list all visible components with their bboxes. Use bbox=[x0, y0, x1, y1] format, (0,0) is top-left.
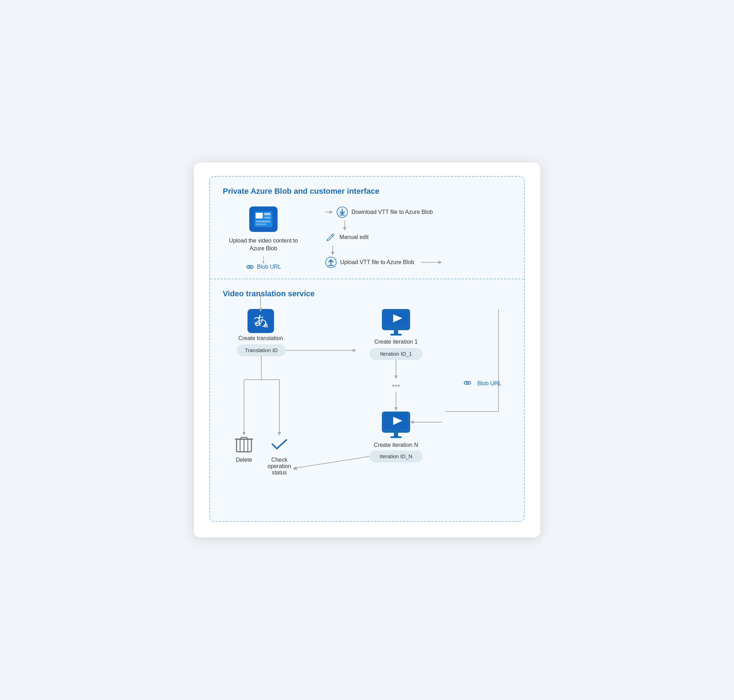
monitor-icon-1-group bbox=[382, 309, 410, 335]
iteration-idn-pill: Iteration ID_N bbox=[380, 453, 413, 459]
monitor-icon-n-group bbox=[382, 412, 410, 438]
svg-marker-14 bbox=[343, 227, 347, 231]
svg-marker-26 bbox=[353, 349, 356, 352]
blob-url-top-label: Blob URL bbox=[257, 264, 281, 270]
arrow-down-r1 bbox=[342, 221, 347, 231]
arrow-down-r2 bbox=[330, 246, 335, 255]
upload-vtt-label: Upload VTT file to Azure Blob bbox=[340, 259, 414, 266]
svg-marker-30 bbox=[242, 432, 246, 435]
arrow-right-small bbox=[325, 210, 333, 215]
translation-icon-group: あ a bbox=[247, 309, 274, 333]
check-status-label3: status bbox=[272, 469, 287, 475]
manual-edit-label: Manual edit bbox=[340, 234, 369, 240]
svg-line-56 bbox=[295, 456, 369, 468]
arrow-down-svg-1 bbox=[261, 256, 266, 264]
blob-url-right-group bbox=[464, 381, 471, 384]
outer-section: Private Azure Blob and customer interfac… bbox=[209, 176, 525, 522]
blob-icon-svg bbox=[254, 211, 273, 228]
svg-rect-5 bbox=[256, 224, 266, 225]
upload-vtt-arrow-right bbox=[421, 260, 442, 265]
svg-marker-7 bbox=[262, 262, 265, 264]
check-icon-group bbox=[272, 440, 286, 449]
iteration-id1-pill: Iteration ID_1 bbox=[380, 351, 412, 357]
svg-rect-41 bbox=[394, 330, 398, 334]
top-section: Private Azure Blob and customer interfac… bbox=[210, 177, 524, 279]
check-status-label: Check bbox=[271, 457, 287, 463]
translation-id-pill: Translation ID bbox=[245, 347, 278, 353]
svg-marker-45 bbox=[394, 375, 398, 379]
create-iteration1-label: Create iteration 1 bbox=[374, 339, 418, 345]
svg-marker-57 bbox=[293, 466, 297, 470]
blob-url-right-label: Blob URL bbox=[477, 380, 502, 387]
svg-rect-4 bbox=[256, 221, 271, 222]
svg-rect-1 bbox=[256, 213, 263, 219]
bottom-diagram: あ a Create translation Translation ID bbox=[223, 309, 525, 507]
download-vtt-row: Download VTT file to Azure Blob bbox=[325, 206, 433, 218]
main-card: Private Azure Blob and customer interfac… bbox=[194, 163, 540, 538]
svg-marker-10 bbox=[329, 210, 333, 214]
dots-label: ••• bbox=[392, 381, 400, 390]
svg-marker-16 bbox=[331, 252, 334, 255]
svg-rect-3 bbox=[264, 217, 271, 219]
link-icon-top bbox=[246, 264, 254, 270]
svg-rect-2 bbox=[264, 213, 271, 215]
delete-icon-group bbox=[235, 437, 253, 452]
check-status-label2: operation bbox=[268, 463, 291, 469]
bottom-section: Video translation service あ a Create tra… bbox=[210, 279, 524, 521]
svg-rect-52 bbox=[390, 436, 402, 438]
edit-icon bbox=[325, 232, 336, 243]
download-icon bbox=[337, 206, 348, 218]
upload-icon bbox=[325, 257, 337, 268]
bottom-section-title: Video translation service bbox=[223, 289, 511, 299]
azure-blob-icon bbox=[249, 206, 278, 232]
manual-edit-row: Manual edit bbox=[325, 232, 369, 243]
svg-marker-32 bbox=[278, 432, 281, 435]
create-iterationN-label: Create iteration N bbox=[374, 442, 418, 448]
download-vtt-label: Download VTT file to Azure Blob bbox=[352, 209, 433, 215]
upload-vtt-row: Upload VTT file to Azure Blob bbox=[325, 257, 442, 268]
svg-rect-42 bbox=[390, 334, 402, 335]
create-translation-label: Create translation bbox=[238, 335, 283, 341]
svg-marker-20 bbox=[438, 260, 442, 264]
svg-marker-47 bbox=[394, 407, 398, 411]
delete-label: Delete bbox=[236, 457, 252, 463]
top-section-title: Private Azure Blob and customer interfac… bbox=[223, 187, 511, 196]
svg-rect-51 bbox=[394, 433, 398, 436]
svg-marker-54 bbox=[410, 421, 414, 424]
svg-text:a: a bbox=[264, 321, 268, 329]
upload-label: Upload the video content to Azure Blob bbox=[223, 237, 304, 253]
blob-url-top: Blob URL bbox=[246, 264, 281, 270]
